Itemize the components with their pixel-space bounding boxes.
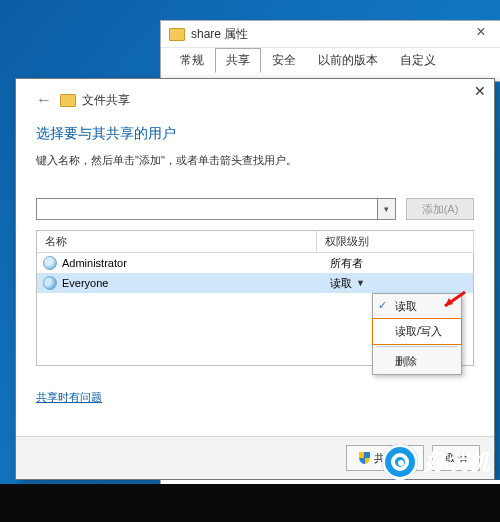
watermark-logo-icon	[382, 444, 418, 480]
group-icon	[43, 276, 57, 290]
properties-tab-strip: 常规 共享 安全 以前的版本 自定义	[161, 47, 500, 72]
user-name-input[interactable]	[36, 198, 378, 220]
properties-titlebar[interactable]: share 属性	[161, 21, 500, 47]
tab-sharing[interactable]: 共享	[215, 48, 261, 73]
taskbar[interactable]	[0, 484, 500, 522]
table-row[interactable]: Everyone 读取▼	[37, 273, 473, 293]
permission-menu: ✓ 读取 读取/写入 删除	[372, 293, 462, 375]
dialog-close-button[interactable]: ✕	[474, 83, 486, 99]
name-input-row: ▾ 添加(A)	[36, 198, 474, 220]
help-link[interactable]: 共享时有问题	[36, 391, 102, 403]
row-name: Everyone	[62, 277, 330, 289]
permission-option-read[interactable]: ✓ 读取	[373, 294, 461, 319]
row-permission-dropdown[interactable]: 读取▼	[330, 276, 473, 291]
tab-security[interactable]: 安全	[261, 48, 307, 72]
check-icon: ✓	[378, 299, 387, 312]
back-arrow-icon[interactable]: ←	[36, 91, 52, 109]
properties-title-text: share 属性	[191, 26, 248, 43]
dialog-heading: 选择要与其共享的用户	[36, 125, 474, 143]
row-name: Administrator	[62, 257, 330, 269]
row-permission: 所有者	[330, 256, 473, 271]
chevron-down-icon: ▼	[356, 278, 365, 288]
properties-close-button[interactable]: ×	[461, 21, 500, 47]
permission-option-remove[interactable]: 删除	[373, 349, 461, 374]
dialog-header-title: 文件共享	[82, 92, 130, 109]
column-header-permission[interactable]: 权限级别	[317, 231, 474, 253]
add-button[interactable]: 添加(A)	[406, 198, 474, 220]
column-header-name[interactable]: 名称	[37, 231, 317, 253]
watermark: 好装机	[382, 444, 490, 480]
tab-previous-versions[interactable]: 以前的版本	[307, 48, 389, 72]
folder-icon	[169, 28, 185, 41]
dialog-description: 键入名称，然后单击"添加"，或者单击箭头查找用户。	[36, 153, 474, 168]
table-row[interactable]: Administrator 所有者	[37, 253, 473, 273]
properties-window: share 属性 × 常规 共享 安全 以前的版本 自定义	[160, 20, 500, 82]
tab-general[interactable]: 常规	[169, 48, 215, 72]
shield-icon	[359, 452, 370, 464]
permission-option-read-write[interactable]: 读取/写入	[372, 318, 462, 345]
user-icon	[43, 256, 57, 270]
folder-icon	[60, 94, 76, 107]
file-sharing-dialog: ✕ ← 文件共享 选择要与其共享的用户 键入名称，然后单击"添加"，或者单击箭头…	[15, 78, 495, 480]
user-dropdown-button[interactable]: ▾	[378, 198, 396, 220]
tab-customize[interactable]: 自定义	[389, 48, 447, 72]
watermark-text: 好装机	[424, 447, 490, 477]
dialog-header: ← 文件共享	[36, 91, 474, 109]
menu-separator	[377, 346, 457, 347]
desktop: share 属性 × 常规 共享 安全 以前的版本 自定义 ✕ ← 文件共享 选…	[0, 0, 500, 522]
user-permission-table: 名称 权限级别 Administrator 所有者 Everyone 读取▼	[36, 230, 474, 366]
